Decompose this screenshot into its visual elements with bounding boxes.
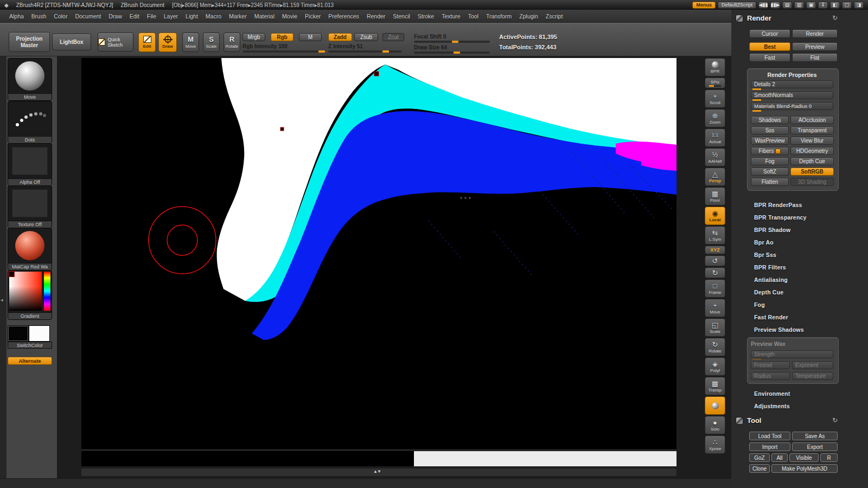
menu-item[interactable]: Light	[182, 11, 202, 21]
viewblur-toggle[interactable]: View Blur	[790, 137, 834, 145]
scale-mode-button[interactable]: S Scale	[203, 33, 220, 52]
secondary-color-swatch[interactable]	[29, 325, 50, 342]
flatten-toggle[interactable]: Flatten	[751, 178, 789, 186]
current-alpha-thumbnail[interactable]: Alpha Off	[8, 143, 52, 186]
saturation-value-square[interactable]	[9, 272, 42, 311]
ghost-button[interactable]	[705, 396, 725, 415]
menu-item[interactable]: Draw	[105, 11, 126, 21]
goz-visible-button[interactable]: Visible	[789, 453, 819, 462]
move-3d-button[interactable]: + Move	[705, 299, 725, 317]
menu-item[interactable]: Macro	[202, 11, 225, 21]
smooth-normals-slider[interactable]: SmoothNormals	[751, 91, 833, 99]
frame-button[interactable]: □ Frame	[705, 279, 725, 298]
alternate-button[interactable]: Alternate	[8, 357, 52, 365]
clone-button[interactable]: Clone	[749, 464, 770, 473]
render-section-header[interactable]: Antialiasing	[748, 273, 838, 286]
spix-handle[interactable]	[709, 85, 714, 87]
current-stroke-thumbnail[interactable]: Dots	[8, 101, 52, 144]
aahalf-button[interactable]: ½ AAHalf	[705, 148, 725, 166]
z-intensity-handle[interactable]	[382, 50, 389, 53]
menu-item[interactable]: Alpha	[5, 11, 28, 21]
polyframe-button[interactable]: ◈ Polyf	[705, 357, 725, 376]
current-texture-thumbnail[interactable]: Texture Off	[8, 185, 52, 228]
zoom-button[interactable]: ⊕ Zoom	[705, 109, 725, 127]
menu-item[interactable]: Zscript	[542, 11, 567, 21]
export-button[interactable]: Export	[792, 442, 838, 451]
focal-shift-handle[interactable]	[452, 41, 458, 43]
canvas-scrollbar[interactable]: ▲▼	[81, 468, 676, 476]
m-toggle[interactable]: M	[299, 33, 322, 41]
main-color-swatch[interactable]	[8, 325, 29, 342]
z-intensity-slider[interactable]: Z Intensity 51	[328, 43, 401, 53]
load-tool-button[interactable]: Load Tool	[749, 432, 790, 440]
scrollbar-arrows-icon[interactable]: ▲▼	[373, 469, 381, 474]
xyz-axis-button[interactable]: XYZ	[705, 246, 725, 254]
color-picker-area[interactable]	[8, 271, 52, 312]
render-best-button[interactable]: Best	[749, 42, 790, 51]
menus-toggle-button[interactable]: Menus	[692, 2, 716, 9]
spix-track[interactable]	[709, 85, 721, 87]
rotate-3d-button[interactable]: ↻ Rotate	[705, 338, 725, 356]
render-palette-header[interactable]: Render	[736, 14, 771, 22]
move-mode-button[interactable]: M Move	[182, 33, 199, 52]
spin-right-button[interactable]: ↻	[705, 267, 725, 278]
import-button[interactable]: Import	[749, 442, 790, 451]
left-tray-divider[interactable]: ◂	[0, 56, 7, 478]
xpose-button[interactable]: ∴ Xpose	[705, 435, 725, 454]
fog-toggle[interactable]: Fog	[751, 157, 789, 165]
softz-toggle[interactable]: SoftZ	[751, 168, 789, 176]
spin-left-button[interactable]: ↺	[705, 255, 725, 266]
default-zscript-button[interactable]: DefaultZScript	[718, 2, 756, 9]
render-section-header[interactable]: Environment	[748, 387, 838, 400]
actual-size-button[interactable]: 1:1 Actual	[705, 129, 725, 147]
shadows-toggle[interactable]: Shadows	[751, 116, 789, 124]
render-preview-button[interactable]: Preview	[792, 42, 838, 51]
render-flat-button[interactable]: Flat	[792, 53, 838, 62]
draw-size-handle[interactable]	[454, 52, 460, 54]
current-material-thumbnail[interactable]: MatCap Red Wa	[8, 228, 52, 271]
aocclusion-toggle[interactable]: AOcclusion	[790, 116, 834, 124]
goz-button[interactable]: GoZ	[749, 453, 770, 462]
switchcolor-button[interactable]: SwitchColor	[8, 342, 52, 349]
render-cursor-button[interactable]: Cursor	[749, 29, 790, 38]
perspective-button[interactable]: △ Persp	[705, 168, 725, 186]
softrgb-toggle[interactable]: SoftRGB	[790, 168, 834, 176]
lock-icon[interactable]: ▣	[806, 2, 816, 9]
render-section-header[interactable]: Depth Cue	[748, 286, 838, 298]
bpr-button[interactable]: BPR	[705, 58, 725, 76]
save-as-button[interactable]: Save As	[792, 432, 838, 440]
wax-exponent-slider[interactable]: Exponent	[792, 361, 833, 369]
wax-strength-slider[interactable]: Strength	[751, 350, 833, 358]
menu-item[interactable]: Zplugin	[515, 11, 541, 21]
menu-item[interactable]: Preferences	[324, 11, 363, 21]
lightbox-button[interactable]: LightBox	[52, 34, 91, 50]
preview-wax-title[interactable]: Preview Wax	[751, 341, 833, 347]
floor-grid-button[interactable]: ▦ Floor	[705, 187, 725, 206]
current-brush-thumbnail[interactable]: Move	[8, 58, 52, 101]
wax-temperature-slider[interactable]: Temperature	[792, 372, 833, 380]
details-handle[interactable]	[752, 88, 761, 90]
menu-item[interactable]: Stencil	[389, 11, 414, 21]
tool-palette-header[interactable]: Tool	[736, 416, 761, 425]
menu-item[interactable]: Document	[71, 11, 105, 21]
render-section-header[interactable]: BPR Shadow	[748, 223, 838, 236]
mrgb-toggle[interactable]: Mrgb	[242, 33, 265, 41]
wax-radius-slider[interactable]: Radius	[751, 372, 790, 380]
hue-strip[interactable]	[44, 272, 50, 311]
local-pivot-button[interactable]: ◉ Local	[705, 207, 725, 225]
menu-item[interactable]: Texture	[438, 11, 464, 21]
menu-item[interactable]: Brush	[28, 11, 50, 21]
rotate-mode-button[interactable]: R Rotate	[224, 33, 240, 52]
fullscreen-icon[interactable]: ▢	[842, 2, 852, 9]
render-section-header[interactable]: Adjustments	[748, 400, 838, 412]
edit-mode-button[interactable]: Edit	[138, 33, 156, 52]
goz-r-button[interactable]: R	[820, 453, 838, 462]
render-section-header[interactable]: Preview Shadows	[748, 323, 838, 336]
local-symmetry-button[interactable]: ⇆ L.Sym	[705, 226, 725, 245]
panels-icon[interactable]: ◨	[854, 2, 864, 9]
menu-item[interactable]: Edit	[126, 11, 143, 21]
waxpreview-toggle[interactable]: WaxPreview	[751, 137, 789, 145]
menu-item[interactable]: Render	[363, 11, 389, 21]
render-section-header[interactable]: BPR RenderPass	[748, 198, 838, 211]
menu-item[interactable]: Transform	[482, 11, 515, 21]
